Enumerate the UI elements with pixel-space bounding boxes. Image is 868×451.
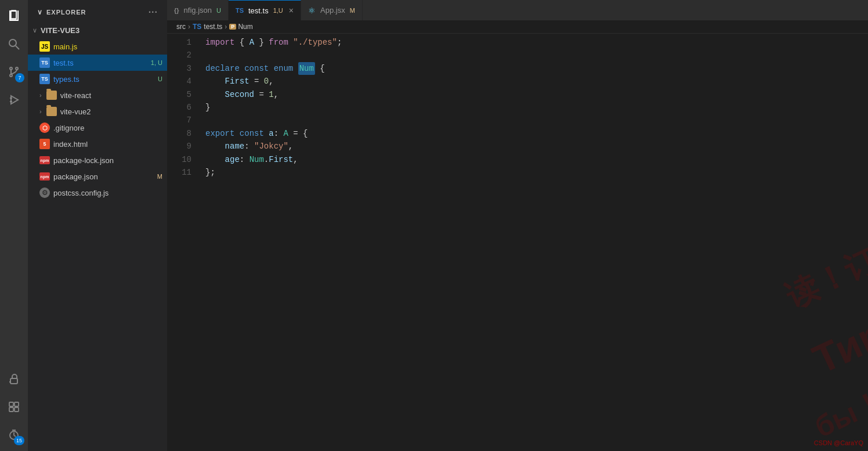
folder-icon-react (46, 91, 57, 100)
types-ts-badge: U (158, 75, 162, 82)
token-import: import (205, 36, 234, 49)
code-editor[interactable]: 1 2 3 4 5 6 7 8 9 10 11 import { A } (167, 34, 868, 451)
token-brace1: { (234, 36, 249, 49)
token-sp5 (234, 127, 239, 140)
npm-icon-pkg: npm (39, 172, 50, 181)
tab-name-test-ts: test.ts (248, 6, 269, 15)
breadcrumb-symbol: P Num (229, 23, 252, 31)
file-item-main-js[interactable]: JS main.js (28, 38, 167, 55)
svg-rect-3 (17, 10, 19, 21)
folder-vite-react[interactable]: › vite-react (28, 87, 167, 103)
token-comma3: , (288, 140, 293, 153)
line-num-3: 3 (172, 62, 191, 75)
sidebar-more-menu[interactable]: ··· (149, 7, 158, 17)
test-ts-tab-badge: 1,U (273, 7, 283, 14)
token-First-ref: First (269, 153, 293, 166)
token-sp1 (288, 36, 293, 49)
app-jsx-badge: M (350, 7, 355, 14)
explorer-chevron[interactable]: ∨ (37, 8, 43, 16)
git-icon: ⬡ (39, 122, 50, 133)
token-str-jokcy: "Jokcy" (254, 140, 288, 153)
tab-bar: {} nfig.json U TS test.ts 1,U × ⚛ App.js… (167, 0, 868, 20)
token-dot1: . (264, 153, 269, 166)
filename-gitignore: .gitignore (53, 124, 84, 132)
folder-vite-vue2[interactable]: › vite-vue2 (28, 103, 167, 120)
breadcrumb-symbol-icon: P (229, 24, 236, 30)
token-sp3 (269, 62, 273, 75)
file-item-types-ts[interactable]: TS types.ts U (28, 71, 167, 87)
file-item-test-ts[interactable]: TS test.ts 1, U (28, 55, 167, 71)
file-item-package-lock[interactable]: npm package-lock.json (28, 152, 167, 168)
project-root[interactable]: ∨ VITE-VUE3 (28, 22, 167, 38)
code-line-7 (205, 114, 868, 127)
sidebar-header: ∨ EXPLORER ··· (28, 0, 167, 22)
token-brace2: } (254, 36, 269, 49)
svg-rect-18 (9, 407, 13, 412)
svg-rect-2 (9, 20, 19, 21)
code-content: 1 2 3 4 5 6 7 8 9 10 11 import { A } (167, 34, 868, 451)
tab-close-test-ts[interactable]: × (289, 6, 294, 15)
html-icon: 5 (39, 139, 50, 149)
token-closebrace2: }; (205, 166, 215, 179)
line-num-2: 2 (172, 49, 191, 62)
timer-badge: 15 (14, 436, 24, 445)
code-line-9: name : "Jokcy" , (205, 140, 868, 153)
token-indent2 (205, 88, 225, 101)
ts-icon-types: TS (39, 74, 50, 84)
code-line-6: } (205, 101, 868, 114)
file-item-index-html[interactable]: 5 index.html (28, 136, 167, 152)
package-json-badge: M (157, 173, 162, 180)
test-ts-badge: 1, U (151, 59, 162, 66)
tab-name-app-jsx: App.jsx (320, 6, 345, 15)
token-declare: declare (205, 62, 240, 75)
source-control-icon[interactable]: 7 (2, 60, 26, 84)
tab-nfig-json[interactable]: {} nfig.json U (167, 0, 229, 20)
source-control-badge: 7 (15, 73, 24, 82)
code-line-2 (205, 49, 868, 62)
svg-point-5 (9, 39, 16, 46)
breadcrumb-filename: test.ts (204, 23, 222, 31)
tab-test-ts[interactable]: TS test.ts 1,U × (229, 0, 301, 20)
line-num-4: 4 (172, 75, 191, 88)
file-item-postcss[interactable]: ⚙ postcss.config.js (28, 185, 167, 201)
activity-bar-bottom: 15 (2, 367, 26, 451)
files-icon[interactable] (2, 5, 26, 28)
token-sp4 (293, 62, 298, 75)
project-chevron: ∨ (32, 27, 37, 34)
filename-types-ts: types.ts (53, 75, 79, 84)
folder-icon-vue2 (46, 107, 57, 116)
token-enum: enum (274, 62, 294, 75)
search-icon[interactable] (2, 33, 26, 56)
extensions-icon[interactable] (2, 395, 26, 418)
token-type-A: A (283, 127, 288, 140)
token-First: First (225, 75, 249, 88)
breadcrumb-symbol-name: Num (238, 23, 252, 31)
filename-package-json: package.json (53, 172, 98, 181)
file-item-package-json[interactable]: npm package.json M (28, 168, 167, 185)
filename-main-js: main.js (53, 42, 77, 51)
timer-icon[interactable]: 15 (2, 423, 26, 446)
nfig-badge: U (216, 7, 221, 14)
foldername-vite-react: vite-react (60, 91, 91, 100)
line-num-6: 6 (172, 101, 191, 114)
token-Second: Second (225, 88, 254, 101)
npm-icon-lock: npm (39, 156, 50, 164)
token-semi1: ; (337, 36, 342, 49)
code-line-4: First = 0 , (205, 75, 868, 88)
lock-icon[interactable] (2, 367, 26, 391)
code-line-8: export const a : A = { (205, 127, 868, 140)
tab-app-jsx[interactable]: ⚛ App.jsx M (301, 0, 363, 20)
token-comma2: , (274, 88, 279, 101)
token-eq1: = (249, 75, 264, 88)
filename-postcss: postcss.config.js (53, 189, 108, 197)
run-debug-icon[interactable] (2, 88, 26, 111)
line-num-7: 7 (172, 114, 191, 127)
token-a: a (269, 127, 273, 140)
ts-icon-test: TS (39, 57, 50, 68)
file-item-gitignore[interactable]: ⬡ .gitignore (28, 120, 167, 136)
json-tab-icon: {} (174, 7, 179, 14)
filename-package-lock: package-lock.json (53, 156, 114, 165)
svg-point-8 (10, 74, 12, 77)
code-lines: import { A } from "./types" ; declare co… (196, 34, 868, 451)
token-colon1: : (274, 127, 284, 140)
